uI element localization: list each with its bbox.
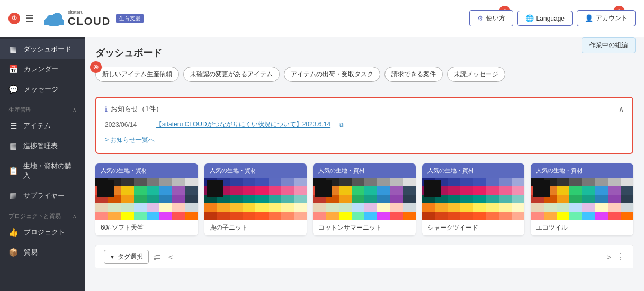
tag-icon: 🏷 bbox=[153, 252, 161, 261]
purchase-icon: 📋 bbox=[8, 166, 18, 176]
dropdown-tooltip: 作業中の組編 bbox=[582, 37, 636, 53]
language-button[interactable]: 🌐 Language bbox=[517, 11, 573, 26]
svg-rect-3 bbox=[44, 20, 64, 25]
supplier-icon: ▦ bbox=[8, 191, 18, 201]
project-icon: 👍 bbox=[8, 228, 19, 237]
card-title-0: 60/-ソフト天竺 bbox=[95, 220, 198, 235]
sidebar-item-progress[interactable]: ▦ 進捗管理表 bbox=[0, 136, 85, 156]
sidebar-item-items[interactable]: ☰ アイテム bbox=[0, 116, 85, 136]
notice-collapse-icon[interactable]: ∧ bbox=[619, 105, 624, 113]
sidebar-item-message[interactable]: 💬 メッセージ bbox=[0, 79, 85, 99]
card-title-2: コットンサマーニット bbox=[313, 220, 416, 235]
card-image-1 bbox=[204, 178, 307, 220]
circle-badge-1: ① bbox=[8, 13, 20, 24]
dropdown-arrow-icon: ▼ bbox=[110, 254, 115, 260]
info-icon: ℹ bbox=[105, 105, 108, 113]
card-image-4 bbox=[531, 178, 633, 220]
filter-unread-messages[interactable]: 未読メッセージ bbox=[447, 67, 505, 82]
hamburger-menu-icon[interactable]: ☰ bbox=[25, 13, 34, 24]
logo-sitateru-text: sitateru bbox=[68, 10, 111, 15]
sidebar-item-calendar[interactable]: 📅 カレンダー bbox=[0, 59, 85, 79]
material-card-2[interactable]: 人気の生地・資材コットンサマーニット bbox=[313, 163, 416, 235]
help-button[interactable]: ⚙ 使い方 bbox=[469, 10, 513, 26]
calendar-icon: 📅 bbox=[8, 65, 19, 74]
logo-cloud-text: CLOUD bbox=[68, 15, 111, 28]
topbar: ① ☰ sitateru CLOUD 生育支援 ② ③ ⚙ 使い方 bbox=[0, 0, 644, 37]
filter-billable[interactable]: 請求できる案件 bbox=[384, 67, 443, 82]
sidebar-item-purchase[interactable]: 📋 生地・資材の購入 bbox=[0, 156, 85, 186]
notice-header: ℹ お知らせ（1件） ∧ bbox=[105, 104, 624, 114]
sidebar-item-trade[interactable]: 📦 貿易 bbox=[0, 242, 85, 262]
topbar-left: ① ☰ sitateru CLOUD 生育支援 bbox=[8, 10, 144, 28]
progress-icon: ▦ bbox=[8, 141, 18, 151]
right-arrow-button[interactable]: > bbox=[604, 252, 614, 262]
material-card-4[interactable]: 人気の生地・資材エコツイル bbox=[531, 163, 633, 235]
material-cards-row: 人気の生地・資材60/-ソフト天竺人気の生地・資材鹿の子ニット人気の生地・資材コ… bbox=[95, 163, 633, 235]
notice-item-row: 2023/06/14 【sitateru CLOUDがつながりにくい状況について… bbox=[105, 118, 624, 131]
logo-cloud-icon bbox=[43, 11, 65, 26]
card-image-0 bbox=[95, 178, 198, 220]
external-link-icon: ⧉ bbox=[339, 121, 344, 129]
card-header-1: 人気の生地・資材 bbox=[204, 163, 307, 178]
trade-icon: 📦 bbox=[8, 248, 19, 257]
card-header-0: 人気の生地・資材 bbox=[95, 163, 198, 178]
sidebar: ▦ ダッシュボード 📅 カレンダー 💬 メッセージ 生産管理 ∧ ☰ アイテム … bbox=[0, 37, 85, 291]
card-black-box-3 bbox=[424, 180, 441, 197]
sidebar-item-supplier[interactable]: ▦ サプライヤー bbox=[0, 186, 85, 206]
card-black-box-4 bbox=[533, 180, 550, 197]
filter-shipping-tasks[interactable]: アイテムの出荷・受取タスク bbox=[284, 67, 380, 82]
help-icon: ⚙ bbox=[477, 14, 484, 22]
topbar-right: ② ③ ⚙ 使い方 🌐 Language 👤 アカウント bbox=[469, 10, 636, 26]
card-title-1: 鹿の子ニット bbox=[204, 220, 307, 235]
sidebar-item-project[interactable]: 👍 プロジェクト bbox=[0, 222, 85, 242]
card-black-box-1 bbox=[207, 180, 223, 197]
sidebar-item-dashboard[interactable]: ▦ ダッシュボード bbox=[0, 39, 85, 59]
sidebar-section-project: プロジェクトと貿易 ∧ bbox=[0, 208, 85, 222]
main-layout: ▦ ダッシュボード 📅 カレンダー 💬 メッセージ 生産管理 ∧ ☰ アイテム … bbox=[0, 37, 644, 291]
card-image-2 bbox=[313, 178, 416, 220]
logo-area: sitateru CLOUD 生育支援 bbox=[43, 10, 144, 28]
material-card-1[interactable]: 人気の生地・資材鹿の子ニット bbox=[204, 163, 307, 235]
dashboard-icon: ▦ bbox=[8, 44, 18, 54]
items-icon: ☰ bbox=[8, 121, 18, 131]
sidebar-section-production: 生産管理 ∧ bbox=[0, 102, 85, 116]
chevron-up2-icon: ∧ bbox=[73, 213, 76, 219]
logo-badge: 生育支援 bbox=[116, 14, 144, 23]
notice-link[interactable]: 【sitateru CLOUDがつながりにくい状況について】2023.6.14 bbox=[156, 120, 330, 129]
filter-unconfirmed-changes[interactable]: 未確認の変更があるアイテム bbox=[183, 67, 280, 82]
chevron-up-icon: ∧ bbox=[73, 107, 76, 113]
card-header-2: 人気の生地・資材 bbox=[313, 163, 416, 178]
filter-new-production[interactable]: 新しいアイテム生産依頼 bbox=[95, 67, 179, 82]
card-title-4: エコツイル bbox=[531, 220, 633, 235]
material-card-0[interactable]: 人気の生地・資材60/-ソフト天竺 bbox=[95, 163, 198, 235]
account-button[interactable]: 👤 アカウント bbox=[577, 10, 636, 26]
globe-icon: 🌐 bbox=[525, 14, 534, 22]
card-header-4: 人気の生地・資材 bbox=[531, 163, 633, 178]
notice-more-link[interactable]: お知らせ一覧へ bbox=[105, 133, 624, 147]
more-options-icon[interactable]: ⋮ bbox=[616, 252, 625, 262]
card-title-3: シャークツイード bbox=[422, 220, 525, 235]
material-card-3[interactable]: 人気の生地・資材シャークツイード bbox=[422, 163, 525, 235]
circle-badge-4: ④ bbox=[90, 61, 102, 73]
left-arrow-button[interactable]: < bbox=[165, 252, 176, 262]
card-black-box-2 bbox=[315, 180, 332, 197]
card-image-3 bbox=[422, 178, 525, 220]
card-black-box-0 bbox=[97, 180, 114, 197]
notice-box: ℹ お知らせ（1件） ∧ 2023/06/14 【sitateru CLOUDが… bbox=[95, 97, 633, 154]
card-header-3: 人気の生地・資材 bbox=[422, 163, 525, 178]
account-icon: 👤 bbox=[585, 14, 593, 22]
page-title: ダッシュボード bbox=[95, 47, 633, 59]
filter-row: 新しいアイテム生産依頼 未確認の変更があるアイテム アイテムの出荷・受取タスク … bbox=[95, 67, 505, 82]
content-area: ダッシュボード ④ 新しいアイテム生産依頼 未確認の変更があるアイテム アイテム… bbox=[85, 37, 644, 291]
bottom-bar: ▼ タグ選択 🏷 < > ⋮ bbox=[95, 245, 633, 268]
message-icon: 💬 bbox=[8, 85, 19, 94]
filter-section: ④ 新しいアイテム生産依頼 未確認の変更があるアイテム アイテムの出荷・受取タス… bbox=[95, 67, 505, 89]
tag-select-button[interactable]: ▼ タグ選択 bbox=[104, 250, 149, 264]
